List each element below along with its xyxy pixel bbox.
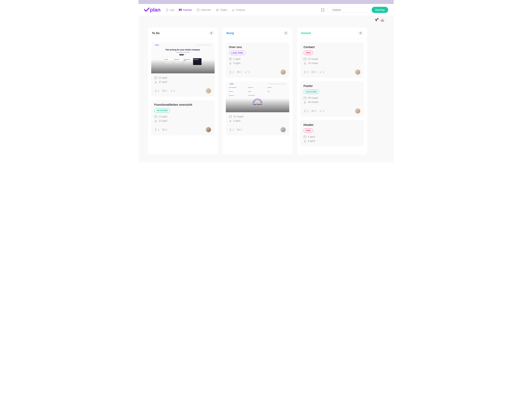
card-stats: 2 3 3 (304, 71, 324, 74)
calendar-icon (229, 115, 232, 118)
tab-analyse[interactable]: Analyse (232, 8, 245, 12)
card-prijspagina[interactable]: ✓plan Why vPlan • Solutions • Pricing • … (151, 43, 215, 97)
assignee-avatar[interactable] (280, 69, 286, 75)
timeline-icon (216, 8, 219, 12)
stat-comments: 3 (162, 128, 167, 131)
assignee-avatar[interactable] (355, 69, 361, 75)
svg-rect-6 (155, 77, 157, 79)
column-bezig: Bezig 5 Over ons LAGE PRIO 2 april 6 (223, 27, 292, 154)
svg-point-5 (382, 20, 383, 21)
visibility-toggle[interactable] (380, 19, 384, 22)
card-title: Header (304, 123, 361, 126)
stat-attachments: 2 (304, 71, 309, 74)
column-body: Over ons LAGE PRIO 2 april 6 april (223, 39, 292, 154)
tab-analyse-label: Analyse (236, 8, 245, 11)
card-over-ons[interactable]: Over ons LAGE PRIO 2 april 6 april (226, 43, 289, 78)
filter-active-badge (377, 18, 379, 19)
column-gereed: Gereed 6 Contact PRIO 23 maart 23 ma (297, 27, 367, 154)
column-title: Bezig (227, 31, 234, 35)
stat-tasks: 3 (245, 71, 250, 74)
calendar-icon (154, 76, 157, 79)
stat-attachments: 1 (154, 89, 159, 92)
card-title: Footer (304, 84, 361, 87)
card-title: Contact (304, 45, 361, 49)
deadline-icon (154, 81, 157, 83)
card-stats: 2 3 3 (229, 71, 250, 74)
card-tag: LAGE PRIO (229, 51, 246, 55)
svg-rect-2 (181, 9, 182, 11)
search-field[interactable] (327, 7, 369, 13)
card-tag: AKKOORD (304, 89, 319, 94)
card-cover: ✓plan Why vPlan • Solutions • Pricing • … (226, 81, 289, 112)
assignee-avatar[interactable] (355, 108, 361, 114)
upload-icon (154, 89, 157, 92)
card-header[interactable]: Header PRIO 4 april 6 april (300, 120, 364, 146)
upload-icon (154, 128, 157, 131)
stat-comments: 3 (311, 71, 316, 74)
search-input[interactable] (332, 8, 366, 11)
stat-comments: 3 (311, 109, 316, 112)
card-start-date: 2 april (229, 57, 286, 60)
column-body: Contact PRIO 23 maart 23 maart 2 (297, 39, 367, 154)
stat-attachments: 2 (304, 109, 309, 112)
analyse-icon (232, 8, 235, 12)
card-due-date: 12 april (154, 80, 211, 83)
assignee-avatar[interactable] (280, 127, 286, 133)
card-functionaliteiten[interactable]: Functionaliteiten overzicht AKKOORD 13 a… (151, 100, 215, 135)
stat-comments: 3 (237, 71, 242, 74)
card-title: Functionaliteiten overzicht (154, 103, 211, 106)
check-icon (319, 71, 322, 73)
column-header: Bezig 5 (223, 27, 292, 39)
deadline-icon (304, 101, 306, 104)
browser-chrome-strip (139, 0, 394, 4)
calendar-icon (196, 8, 200, 12)
column-title: Gereed (301, 31, 311, 35)
chat-icon (311, 109, 314, 112)
tab-timeline[interactable]: Tijdlijn (216, 8, 227, 12)
assignee-avatar[interactable] (205, 88, 211, 94)
card-due-date: 6 april (304, 139, 361, 142)
calendar-icon (304, 135, 306, 138)
logo-checkmark-icon (144, 8, 150, 12)
view-tabs: Lijst Kanban Kalender Tijdlijn Analyse (165, 8, 317, 12)
assignee-avatar[interactable] (205, 127, 211, 133)
card-stats: 2 3 (229, 128, 242, 131)
card-tag: PRIO (304, 51, 313, 55)
card-footer[interactable]: Footer AKKOORD 26 maart 28 maart 2 (300, 81, 364, 117)
column-body: ✓plan Why vPlan • Solutions • Pricing • … (148, 39, 218, 154)
calendar-icon (229, 58, 232, 60)
card-stats: 1 2 6 (154, 89, 175, 92)
svg-rect-11 (304, 97, 306, 99)
tab-timeline-label: Tijdlijn (220, 8, 227, 11)
card-contact[interactable]: Contact PRIO 23 maart 23 maart 2 (300, 43, 364, 78)
card-start-date: 10 april (154, 76, 211, 79)
deadline-icon (304, 140, 306, 142)
card-stats: 2 3 3 (304, 109, 324, 112)
stat-attachments: 2 (229, 71, 234, 74)
card-due-date: 13 april (154, 119, 211, 122)
card-navigatie-menu[interactable]: ✓plan Why vPlan • Solutions • Pricing • … (226, 81, 289, 135)
tab-list[interactable]: Lijst (165, 8, 174, 12)
backlog-button[interactable]: Backlog (372, 7, 388, 13)
column-header: Gereed 6 (297, 27, 367, 39)
deadline-icon (229, 119, 232, 122)
filter-button[interactable] (375, 19, 378, 23)
tab-kanban[interactable]: Kanban (179, 8, 192, 12)
card-cover: ✓plan Why vPlan • Solutions • Pricing • … (151, 43, 215, 73)
svg-rect-1 (180, 9, 181, 10)
card-start-date: 26 maart (304, 96, 361, 99)
kanban-icon (179, 8, 182, 12)
column-title: To Do (152, 31, 160, 35)
stat-tasks: 6 (170, 89, 175, 92)
fullscreen-icon[interactable] (321, 9, 324, 11)
tab-kanban-label: Kanban (183, 8, 192, 11)
card-due-date: 3 april (229, 119, 286, 122)
tab-calendar[interactable]: Kalender (196, 8, 211, 12)
svg-rect-3 (197, 9, 199, 11)
card-start-date: 23 maart (304, 57, 361, 60)
svg-rect-8 (229, 58, 232, 60)
svg-rect-12 (304, 136, 306, 138)
column-count: 5 (284, 31, 288, 35)
card-start-date: 31 maart (229, 115, 286, 118)
calendar-icon (304, 97, 306, 99)
